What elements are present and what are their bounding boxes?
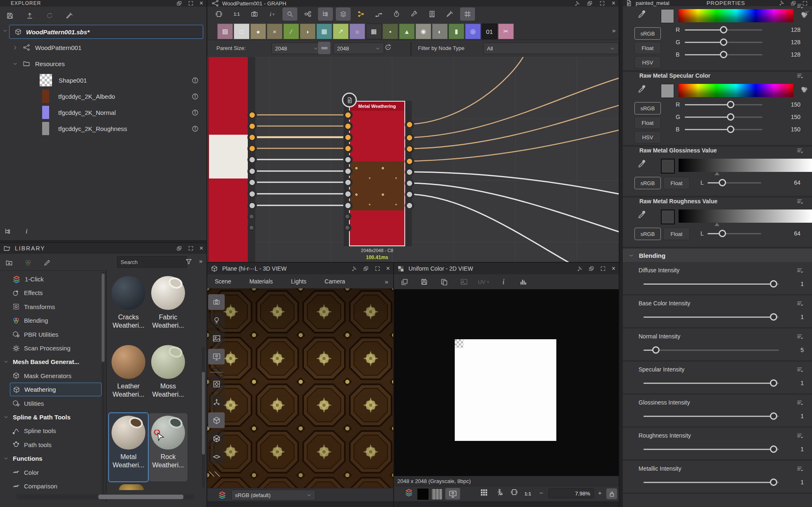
slider[interactable] <box>643 279 779 288</box>
gridsnap-tool-button[interactable] <box>460 7 475 21</box>
library-item[interactable]: Leather Weatheri... <box>109 343 148 411</box>
viewport-3d[interactable]: ⟍⟍ <box>207 288 394 488</box>
link-size-button[interactable] <box>318 42 330 54</box>
category-icon[interactable] <box>12 331 20 338</box>
iital-button[interactable]: i <box>497 275 510 288</box>
preset-menu-icon[interactable] <box>796 465 803 472</box>
graph-canvas[interactable]: Metal Weathering 2048x2048 - C8 100.41ms <box>207 57 620 263</box>
monitor-icon[interactable] <box>212 352 221 361</box>
node-output-port[interactable] <box>406 191 413 198</box>
channel-value[interactable]: 128 <box>784 51 800 58</box>
node-type-tile-0[interactable]: ▨ <box>217 24 233 39</box>
resource-row[interactable]: tfgcddyc_2K_Albedo <box>40 89 205 104</box>
node-type-tile-16[interactable]: 01 <box>482 24 497 39</box>
color-swatch[interactable] <box>661 9 674 23</box>
output-port[interactable] <box>249 179 256 186</box>
slider[interactable] <box>685 25 762 34</box>
category-item-pbr-utilities[interactable]: PBR Utilities <box>12 328 58 341</box>
zoom-level-input[interactable]: 7.98% <box>548 488 594 498</box>
node-type-tile-7[interactable]: ↗ <box>333 24 349 39</box>
resource-info-icon[interactable] <box>192 125 199 132</box>
axes-icon[interactable] <box>212 398 221 407</box>
close-icon[interactable]: × <box>386 265 390 272</box>
blending-section-header[interactable]: Blending <box>623 249 812 262</box>
viewport-resize-grip[interactable]: ⟍⟍ <box>209 471 220 478</box>
node-input-port[interactable] <box>344 145 351 152</box>
broom-icon[interactable] <box>66 12 73 19</box>
broom-button[interactable] <box>62 9 77 22</box>
dotsy-icon[interactable] <box>357 10 365 18</box>
paste-button[interactable] <box>438 275 450 288</box>
gridsnap-icon[interactable] <box>464 10 471 18</box>
node-output-port[interactable] <box>406 145 413 152</box>
mode-button-hsv[interactable]: HSV <box>634 131 661 143</box>
category-item-weathering[interactable]: Weathering <box>10 383 102 396</box>
zoom-1to1-button[interactable]: 1:1 <box>525 490 531 497</box>
wrench-tool-button[interactable] <box>407 7 422 21</box>
background-black-swatch[interactable] <box>417 488 429 500</box>
category-icon[interactable] <box>12 275 21 283</box>
slider[interactable] <box>708 229 761 238</box>
color-swatch[interactable] <box>661 159 675 174</box>
search-tool-button[interactable] <box>283 7 297 21</box>
display-filter-button[interactable] <box>445 488 460 500</box>
expand-chevron-icon[interactable] <box>2 28 8 33</box>
blend-button[interactable] <box>21 256 35 269</box>
channel-value[interactable]: 128 <box>784 39 800 45</box>
explorer-graph-item[interactable]: WoodPattern001 <box>12 40 202 55</box>
menu-scene[interactable]: Scene <box>215 278 231 285</box>
blend-icon[interactable] <box>24 259 32 267</box>
category-item--click[interactable]: 1-Click <box>12 272 44 286</box>
close-icon[interactable]: × <box>612 265 615 272</box>
node-input-port[interactable] <box>344 134 351 141</box>
resource-row[interactable]: tfgcddyc_2K_Roughness <box>40 121 205 136</box>
category-item-color[interactable]: Color <box>12 466 39 479</box>
preset-menu-icon[interactable] <box>796 147 803 154</box>
wirecube-view-button[interactable] <box>208 431 225 446</box>
linknode-icon[interactable] <box>304 10 311 18</box>
node-type-tile-5[interactable]: ◗ <box>300 24 316 39</box>
slider-value[interactable]: 1 <box>787 314 804 320</box>
float-window-icon[interactable] <box>587 0 593 6</box>
slider[interactable] <box>708 178 761 187</box>
node-input-port[interactable] <box>344 168 351 175</box>
pin-icon[interactable] <box>779 0 785 6</box>
category-icon[interactable] <box>13 386 20 393</box>
slider-value[interactable]: 5 <box>787 347 804 353</box>
paste-icon[interactable] <box>440 278 448 286</box>
node-output-port[interactable] <box>406 169 413 176</box>
camera-view-button[interactable] <box>208 294 225 310</box>
left-node-thumbnail[interactable] <box>208 57 249 263</box>
node-output-port[interactable] <box>406 202 413 209</box>
gray-gradient-bar[interactable] <box>679 209 812 223</box>
library-hscrollbar[interactable] <box>17 494 194 500</box>
category-header-functions[interactable]: Functions <box>3 452 43 465</box>
category-item-mask-generators[interactable]: Mask Generators <box>12 369 71 383</box>
slider[interactable] <box>643 345 779 355</box>
output-port[interactable] <box>249 225 254 231</box>
layers-icon[interactable] <box>340 10 347 18</box>
elbow-tool-button[interactable] <box>371 7 386 21</box>
monitor-view-button[interactable] <box>208 349 225 364</box>
preset-menu-icon[interactable] <box>796 300 803 307</box>
dotsy-tool-button[interactable] <box>354 7 368 21</box>
broom-tool-button[interactable] <box>442 7 457 21</box>
library-item[interactable]: Cracks Weatheri... <box>109 274 148 342</box>
preset-menu-icon[interactable] <box>796 399 803 406</box>
eyedropper-icon[interactable] <box>638 10 646 19</box>
chevron-right-icon[interactable] <box>12 45 18 50</box>
bulb-icon[interactable] <box>212 316 221 325</box>
maximize-icon[interactable] <box>600 266 606 271</box>
slider-value[interactable]: 1 <box>787 446 804 452</box>
elbow-icon[interactable] <box>375 10 382 18</box>
zoom-out-button[interactable]: − <box>539 489 543 496</box>
preset-menu-icon[interactable] <box>796 267 803 274</box>
explorer-resources-item[interactable]: Resources <box>12 57 202 71</box>
metal-weathering-node[interactable]: Metal Weathering <box>349 101 405 246</box>
floppy-icon[interactable] <box>6 12 14 19</box>
imgx-button[interactable] <box>458 275 470 288</box>
channel-value[interactable]: 150 <box>784 126 800 133</box>
node-input-port[interactable] <box>344 214 350 219</box>
slider[interactable] <box>685 38 762 47</box>
camera-icon[interactable] <box>251 10 258 18</box>
